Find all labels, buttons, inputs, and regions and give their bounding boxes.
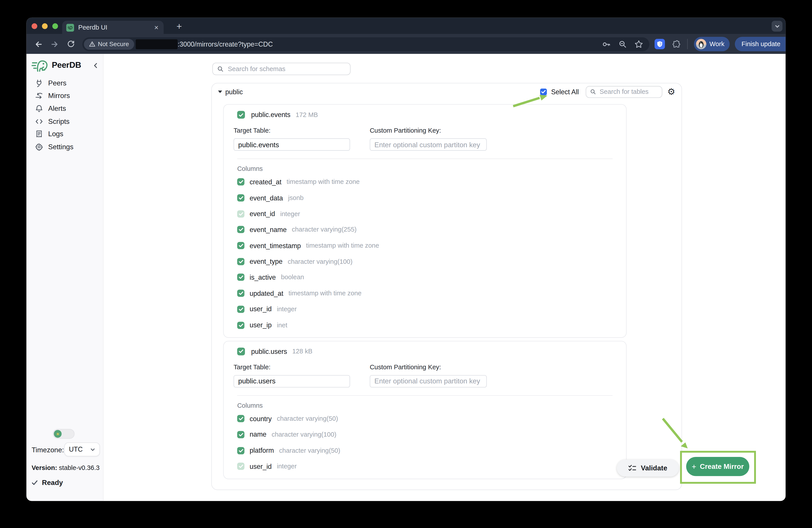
table-fields: Target Table:Custom Partitioning Key: xyxy=(233,363,612,387)
target-table-input[interactable] xyxy=(233,375,350,387)
table-settings-gear-icon[interactable]: ⚙ xyxy=(667,87,676,96)
extensions-puzzle-icon[interactable] xyxy=(672,40,681,48)
sidebar-item-label: Mirrors xyxy=(48,92,70,100)
schema-card-header: public Select All ⚙ xyxy=(217,85,675,99)
validate-label: Validate xyxy=(641,464,667,472)
column-checkbox[interactable] xyxy=(237,447,245,454)
table-search[interactable] xyxy=(585,86,662,98)
sidebar-item-mirrors[interactable]: Mirrors xyxy=(27,89,103,102)
select-all-checkbox[interactable] xyxy=(540,88,547,95)
profile-chip[interactable]: Work xyxy=(694,37,730,52)
sidebar: PeerDB PeersMirrorsAlertsScriptsLogsSett… xyxy=(27,54,104,501)
sidebar-item-scripts[interactable]: Scripts xyxy=(27,115,103,128)
partition-key-input[interactable] xyxy=(370,375,487,387)
divider xyxy=(237,395,613,396)
column-checkbox[interactable] xyxy=(237,194,245,201)
forward-button[interactable] xyxy=(50,40,59,48)
column-row: user_ipinet xyxy=(237,317,613,333)
tables-list: public.events172 MBTarget Table:Custom P… xyxy=(223,104,627,479)
sidebar-item-alerts[interactable]: Alerts xyxy=(27,102,103,115)
bookmark-star-icon[interactable] xyxy=(634,40,643,48)
close-window-button[interactable] xyxy=(31,23,37,29)
avatar xyxy=(696,39,706,49)
finish-update-button[interactable]: Finish update xyxy=(735,37,785,52)
bitwarden-shield-icon[interactable] xyxy=(654,39,665,49)
column-type: integer xyxy=(277,463,297,470)
column-row: event_timestamptimestamp with time zone xyxy=(237,238,613,254)
search-zoom-icon[interactable] xyxy=(618,40,627,48)
column-type: timestamp with time zone xyxy=(306,242,379,249)
app-content: PeerDB PeersMirrorsAlertsScriptsLogsSett… xyxy=(27,54,786,501)
column-checkbox[interactable] xyxy=(237,242,245,249)
schema-search[interactable] xyxy=(212,63,351,75)
browser-tab[interactable]: Peerdb UI × xyxy=(62,21,164,34)
column-name: created_at xyxy=(249,178,281,186)
not-secure-badge[interactable]: Not Secure xyxy=(84,39,134,49)
table-section: public.users128 kBTarget Table:Custom Pa… xyxy=(223,341,627,479)
reload-icon xyxy=(67,40,75,48)
column-type: character varying(50) xyxy=(277,415,338,422)
column-checkbox[interactable] xyxy=(237,305,245,313)
table-checkbox[interactable] xyxy=(237,111,245,118)
mirrors-arrows-icon xyxy=(35,92,43,100)
more-menu-icon[interactable] xyxy=(784,41,785,47)
url-bar[interactable]: Not Secure :3000/mirrors/create?type=CDC xyxy=(82,37,649,51)
column-checkbox[interactable] xyxy=(237,274,245,281)
timezone-select[interactable]: UTC xyxy=(64,442,100,456)
validate-button[interactable]: Validate xyxy=(617,460,679,476)
new-tab-button[interactable]: + xyxy=(173,20,186,33)
schema-search-input[interactable] xyxy=(227,65,346,73)
sidebar-item-label: Peers xyxy=(48,79,67,87)
column-type: timestamp with time zone xyxy=(287,179,360,186)
partition-key-label: Custom Partitioning Key: xyxy=(370,127,487,134)
schema-name: public xyxy=(225,88,243,96)
column-checkbox[interactable] xyxy=(237,179,245,186)
table-checkbox[interactable] xyxy=(237,347,245,355)
search-icon xyxy=(218,66,223,72)
table-search-input[interactable] xyxy=(599,88,657,96)
column-row: namecharacter varying(100) xyxy=(237,427,613,443)
column-name: name xyxy=(249,431,266,438)
partition-key-input[interactable] xyxy=(370,139,487,151)
columns-label: Columns xyxy=(237,165,613,173)
column-type: boolean xyxy=(281,274,304,281)
sidebar-item-logs[interactable]: Logs xyxy=(27,128,103,140)
column-row: countrycharacter varying(50) xyxy=(237,411,613,427)
sidebar-collapse-button[interactable] xyxy=(93,62,99,68)
sidebar-item-peers[interactable]: Peers xyxy=(27,76,103,89)
create-mirror-label: Create Mirror xyxy=(700,463,744,470)
column-checkbox[interactable] xyxy=(237,290,245,297)
column-checkbox[interactable] xyxy=(237,258,245,265)
sidebar-item-settings[interactable]: Settings xyxy=(27,140,103,153)
table-size: 172 MB xyxy=(296,111,318,118)
column-type: character varying(50) xyxy=(279,447,340,454)
disclosure-triangle-icon[interactable] xyxy=(218,90,222,93)
minimize-window-button[interactable] xyxy=(42,23,48,29)
timezone-label: Timezone: xyxy=(31,446,64,454)
not-secure-label: Not Secure xyxy=(98,40,129,48)
column-checkbox[interactable] xyxy=(237,226,245,233)
column-row: event_datajsonb xyxy=(237,190,613,206)
close-tab-icon[interactable]: × xyxy=(153,24,160,31)
column-row: created_attimestamp with time zone xyxy=(237,174,613,190)
reload-button[interactable] xyxy=(66,40,75,48)
column-checkbox xyxy=(237,210,245,217)
column-checkbox[interactable] xyxy=(237,431,245,438)
create-mirror-button[interactable]: + Create Mirror xyxy=(686,457,749,476)
column-name: event_data xyxy=(249,194,283,202)
column-name: event_type xyxy=(249,258,282,265)
alerts-bell-icon xyxy=(35,105,43,112)
column-checkbox[interactable] xyxy=(237,415,245,422)
tab-search-button[interactable] xyxy=(772,21,782,31)
zoom-window-button[interactable] xyxy=(52,23,58,29)
column-name: user_id xyxy=(249,305,272,313)
schema-card: public Select All ⚙ xyxy=(212,83,682,490)
column-type: character varying(100) xyxy=(288,258,352,265)
column-row: updated_attimestamp with time zone xyxy=(237,285,613,301)
column-checkbox[interactable] xyxy=(237,322,245,329)
theme-toggle[interactable]: ☀ xyxy=(53,429,75,439)
target-table-label: Target Table: xyxy=(233,363,350,371)
back-button[interactable] xyxy=(34,40,43,48)
target-table-input[interactable] xyxy=(233,139,350,151)
password-key-icon[interactable] xyxy=(602,40,611,48)
